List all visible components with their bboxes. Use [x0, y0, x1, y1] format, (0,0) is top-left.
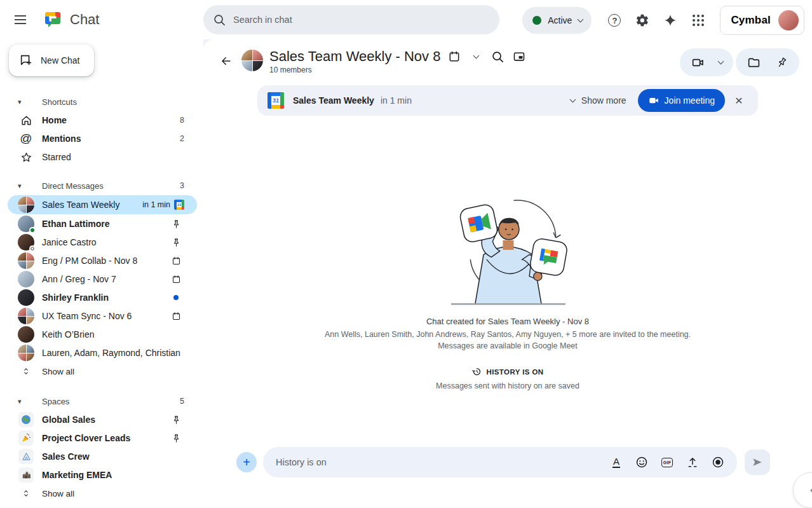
item-label: Home: [42, 115, 180, 125]
show-all-label: Show all: [42, 489, 184, 498]
sidebar-item-starred[interactable]: Starred: [8, 148, 197, 166]
main-menu-icon[interactable]: [5, 4, 36, 35]
settings-button[interactable]: [630, 8, 655, 33]
show-all-label: Show all: [42, 367, 184, 376]
section-direct-messages[interactable]: ▾ Direct Messages 3: [8, 177, 197, 195]
section-spaces[interactable]: ▾ Spaces 5: [8, 392, 197, 410]
star-icon: [18, 151, 34, 163]
main-area: Sales Team Weekly - Nov 8 10 members: [203, 39, 812, 508]
tent-icon: [18, 449, 34, 464]
dm-item-janice-castro[interactable]: Janice Castro: [8, 233, 197, 251]
format-text-button[interactable]: A: [606, 452, 626, 472]
shared-files-button[interactable]: [740, 48, 768, 76]
send-button[interactable]: [745, 450, 770, 475]
invited-members-text: Ann Wells, Lauren Smith, John Andrews, R…: [325, 330, 691, 339]
sparkle-icon: [663, 13, 677, 27]
unfold-more-icon: [18, 488, 34, 498]
pin-icon: [168, 238, 184, 247]
chat-title-menu[interactable]: [468, 49, 484, 64]
video-call-pill: [680, 48, 733, 76]
dm-item-lauren-adam-raymond-christian[interactable]: Lauren, Adam, Raymond, Christian: [8, 344, 197, 362]
show-more-button[interactable]: Show more: [571, 95, 626, 106]
mentions-icon: @: [18, 132, 34, 146]
item-label: Ann / Greg - Nov 7: [42, 274, 168, 284]
new-chat-label: New Chat: [41, 55, 79, 65]
top-app-bar: Chat Active ? Cymbal: [0, 0, 812, 39]
unread-count: 2: [180, 134, 184, 143]
calendar-icon: [168, 312, 184, 321]
account-button[interactable]: Cymbal: [720, 6, 804, 35]
gemini-button[interactable]: [658, 8, 683, 33]
message-input[interactable]: [276, 457, 606, 467]
item-label: Starred: [42, 152, 184, 162]
emoji-button[interactable]: [632, 452, 652, 472]
video-call-options-button[interactable]: [712, 48, 729, 76]
open-in-pip-button[interactable]: [511, 49, 527, 64]
banner-meeting-time: in 1 min: [381, 95, 571, 106]
header-actions: [680, 48, 799, 76]
dm-item-eng-pm-collab[interactable]: Eng / PM Collab - Nov 8: [8, 252, 197, 270]
sidebar-item-home[interactable]: Home 8: [8, 111, 197, 129]
presence-away-icon: [29, 245, 36, 252]
calendar-icon[interactable]: [447, 49, 462, 64]
dm-item-sales-team-weekly[interactable]: Sales Team Weekly in 1 min 31: [8, 195, 197, 214]
dm-show-all[interactable]: Show all: [8, 362, 197, 380]
dm-item-ethan-lattimore[interactable]: Ethan Lattimore: [8, 215, 197, 233]
space-item-sales-crew[interactable]: Sales Crew: [8, 448, 197, 465]
search-bar[interactable]: [203, 5, 499, 34]
history-status-label: HISTORY IS ON: [487, 368, 544, 376]
unread-count: 8: [180, 116, 184, 125]
dm-item-ux-team-sync[interactable]: UX Team Sync - Nov 6: [8, 307, 197, 325]
dm-item-shirley-franklin[interactable]: Shirley Franklin: [8, 289, 197, 306]
chevron-down-icon: [473, 53, 479, 59]
sidebar-item-mentions[interactable]: @ Mentions 2: [8, 130, 197, 148]
party-popper-icon: [18, 430, 34, 446]
history-status-description: Messages sent with history on are saved: [436, 381, 579, 390]
search-input[interactable]: [233, 15, 489, 25]
history-status: HISTORY IS ON: [472, 367, 544, 376]
space-item-project-clover-leads[interactable]: Project Clover Leads: [8, 429, 197, 447]
add-content-button[interactable]: +: [236, 452, 257, 472]
chat-title: Sales Team Weekly - Nov 8: [269, 48, 440, 65]
chat-logo: Chat: [43, 10, 99, 29]
history-icon: [472, 367, 482, 376]
collapse-triangle-icon: ▾: [18, 182, 34, 190]
back-button[interactable]: [213, 48, 239, 74]
chat-panel: Sales Team Weekly - Nov 8 10 members: [203, 39, 812, 508]
chevron-down-icon: [578, 17, 584, 23]
search-in-chat-button[interactable]: [490, 49, 505, 64]
spaces-show-all[interactable]: Show all: [8, 484, 197, 502]
item-label: Marketing EMEA: [42, 470, 184, 480]
message-input-container[interactable]: A GIF: [263, 447, 737, 477]
folder-icon: [747, 56, 761, 69]
status-selector[interactable]: Active: [522, 7, 592, 34]
section-count: 5: [180, 397, 184, 406]
pinned-messages-button[interactable]: [768, 48, 795, 76]
gif-button[interactable]: GIF: [657, 452, 677, 472]
join-meeting-label: Join meeting: [665, 95, 715, 106]
item-label: Mentions: [42, 134, 180, 144]
dismiss-banner-button[interactable]: ×: [726, 88, 752, 113]
new-chat-icon: [19, 53, 33, 67]
space-item-global-sales[interactable]: Global Sales: [8, 411, 197, 429]
item-label: Keith O’Brien: [42, 329, 184, 340]
new-chat-button[interactable]: New Chat: [9, 45, 94, 76]
pin-icon: [168, 219, 184, 229]
section-shortcuts[interactable]: ▾ Shortcuts: [8, 93, 197, 111]
space-item-marketing-emea[interactable]: Marketing EMEA: [8, 466, 197, 484]
upload-file-button[interactable]: [682, 452, 703, 472]
join-meeting-button[interactable]: Join meeting: [638, 89, 725, 112]
dm-item-keith-obrien[interactable]: Keith O’Brien: [8, 326, 197, 343]
search-icon: [492, 51, 504, 63]
item-label: Janice Castro: [42, 237, 168, 247]
start-video-call-button[interactable]: [684, 48, 712, 76]
item-label: Sales Crew: [42, 451, 184, 462]
help-button[interactable]: ?: [602, 8, 627, 33]
calendar-event-icon: 31: [174, 200, 184, 210]
record-video-button[interactable]: [708, 452, 728, 472]
item-label: Sales Team Weekly: [42, 200, 142, 210]
dm-item-ann-greg[interactable]: Ann / Greg - Nov 7: [8, 270, 197, 288]
google-apps-button[interactable]: [686, 8, 711, 33]
topbar-actions: Active ? Cymbal: [522, 6, 804, 35]
send-icon: [751, 456, 764, 469]
